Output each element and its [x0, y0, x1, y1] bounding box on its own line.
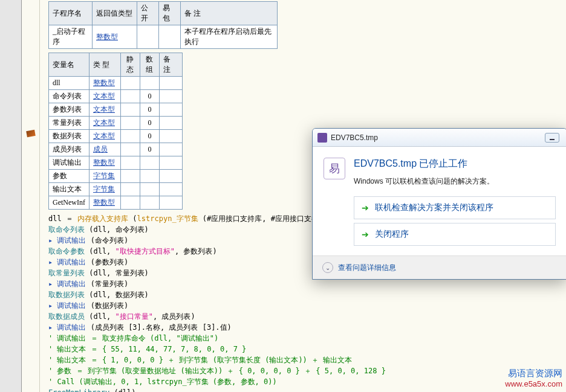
col-static: 静态: [120, 53, 140, 77]
arrow-right-icon: ➔: [362, 203, 369, 213]
variable-table[interactable]: 变量名 类 型 静态 数组 备 注 dll整数型 命令列表文本型0 参数列表文本…: [48, 53, 183, 210]
option-close-program[interactable]: ➔ 关闭程序: [354, 223, 556, 246]
table-row[interactable]: _启动子程序 整数型 本子程序在程序启动后最先执行: [49, 25, 278, 49]
col-remark: 备 注: [159, 53, 182, 77]
view-details-link[interactable]: 查看问题详细信息: [338, 263, 396, 273]
subroutine-table[interactable]: 子程序名 返回值类型 公开 易包 备 注 _启动子程序 整数型 本子程序在程序启…: [48, 1, 278, 49]
crash-dialog: EDV7BC5.tmp 易 EDV7BC5.tmp 已停止工作 Windows …: [312, 128, 566, 280]
minimize-button[interactable]: [545, 133, 559, 143]
table-row[interactable]: 常量列表文本型0: [49, 117, 183, 130]
table-row[interactable]: 参数字节集: [49, 170, 183, 183]
col-public: 公开: [137, 2, 159, 25]
fold-arrow-icon[interactable]: ▸: [48, 236, 57, 245]
watermark: 易语言资源网 www.e5a5x.com: [505, 368, 562, 388]
col-array: 数组: [140, 53, 159, 77]
breakpoint-indicator[interactable]: [26, 130, 36, 137]
dialog-title: EDV7BC5.tmp: [331, 133, 545, 142]
dialog-titlebar[interactable]: EDV7BC5.tmp: [313, 129, 566, 147]
fold-arrow-icon[interactable]: ▸: [48, 258, 57, 266]
table-row[interactable]: 调试输出整数型: [49, 156, 183, 170]
table-row[interactable]: 输出文本字节集: [49, 183, 183, 196]
col-remark: 备 注: [181, 2, 278, 25]
table-row[interactable]: 命令列表文本型0: [49, 90, 183, 103]
fold-arrow-icon[interactable]: ▸: [48, 280, 57, 288]
dialog-footer[interactable]: ⌄ 查看问题详细信息: [313, 255, 566, 279]
col-return-type: 返回值类型: [93, 2, 137, 25]
option-check-online[interactable]: ➔ 联机检查解决方案并关闭该程序: [354, 196, 556, 219]
col-var-name: 变量名: [49, 53, 89, 77]
left-gutter: [0, 0, 22, 392]
arrow-right-icon: ➔: [362, 230, 369, 239]
table-row[interactable]: 参数列表文本型0: [49, 103, 183, 117]
table-row[interactable]: 数据列表文本型0: [49, 130, 183, 143]
marker-gutter: [22, 0, 40, 392]
table-row[interactable]: GetNewInf整数型: [49, 196, 183, 210]
table-row[interactable]: 成员列表成员0: [49, 143, 183, 156]
program-icon: 易: [324, 158, 345, 179]
col-sub-name: 子程序名: [49, 2, 93, 25]
fold-arrow-icon[interactable]: ▸: [48, 323, 57, 332]
dialog-heading: EDV7BC5.tmp 已停止工作: [354, 158, 556, 170]
col-epack: 易包: [159, 2, 181, 25]
table-row[interactable]: dll整数型: [49, 77, 183, 90]
app-icon: [317, 133, 327, 143]
fold-arrow-icon[interactable]: ▸: [48, 301, 57, 310]
dialog-message: Windows 可以联机检查该问题的解决方案。: [354, 176, 556, 187]
col-type: 类 型: [89, 53, 120, 77]
chevron-down-icon[interactable]: ⌄: [322, 262, 333, 273]
